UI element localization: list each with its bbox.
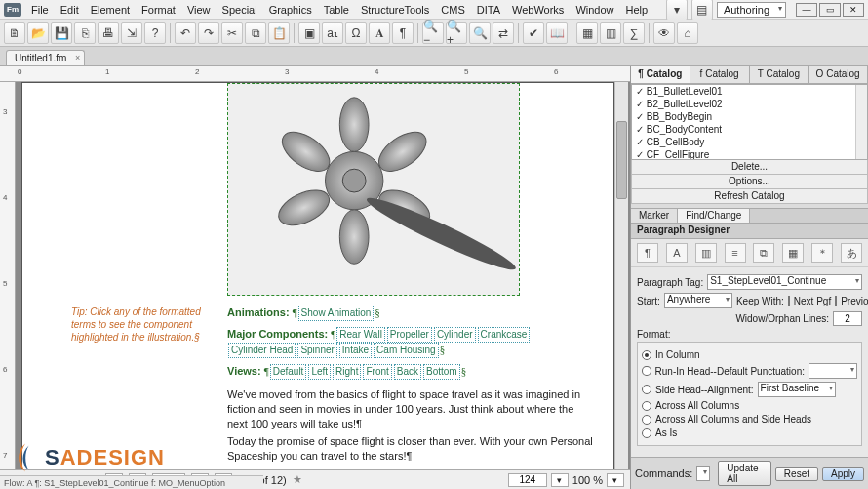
open-icon[interactable]: 📂: [27, 22, 49, 44]
pd-commands-menu[interactable]: [696, 466, 710, 481]
maximize-button[interactable]: ▭: [819, 3, 841, 17]
thesaurus-icon[interactable]: 📖: [546, 22, 568, 44]
catalog-item[interactable]: BC_BodyContent: [632, 123, 867, 136]
radio-allcols-sh[interactable]: [642, 415, 651, 425]
animation-link[interactable]: Show Animation: [298, 306, 375, 321]
illustration-frame[interactable]: [227, 83, 520, 296]
radio-asis[interactable]: [642, 428, 651, 438]
pd-widow-input[interactable]: [833, 311, 862, 326]
component-link[interactable]: Intake: [339, 343, 372, 358]
pd-asian-icon[interactable]: あ: [841, 243, 862, 263]
tags-icon[interactable]: ⌂: [677, 22, 698, 44]
borders-icon[interactable]: ▥: [600, 22, 621, 44]
document-tab[interactable]: Untitled1.fm ×: [6, 50, 85, 65]
vertical-scrollbar[interactable]: [614, 82, 628, 469]
save-icon[interactable]: 💾: [51, 22, 72, 44]
view-link[interactable]: Front: [363, 364, 391, 380]
menu-special[interactable]: Special: [217, 2, 263, 18]
copy-icon[interactable]: ⧉: [245, 22, 266, 44]
catalog-list[interactable]: B1_BulletLevel01 B2_BulletLevel02 BB_Bod…: [631, 84, 868, 160]
reset-button[interactable]: Reset: [775, 467, 818, 481]
tab-table-catalog[interactable]: T Catalog: [750, 66, 809, 83]
table-icon[interactable]: ▦: [576, 22, 598, 44]
menu-window[interactable]: Window: [570, 2, 619, 18]
catalog-item[interactable]: BB_BodyBegin: [632, 110, 867, 123]
component-link[interactable]: Spinner: [297, 343, 336, 358]
close-button[interactable]: ✕: [843, 3, 864, 17]
catalog-refresh-button[interactable]: Refresh Catalog: [631, 188, 868, 204]
component-link[interactable]: Crankcase: [478, 327, 531, 343]
menu-file[interactable]: File: [25, 2, 55, 18]
menu-structuretools[interactable]: StructureTools: [355, 2, 435, 18]
menu-table[interactable]: Table: [318, 2, 355, 18]
paste-icon[interactable]: 📋: [268, 22, 290, 44]
menu-view[interactable]: View: [181, 2, 217, 18]
tab-object-catalog[interactable]: O Catalog: [809, 66, 868, 83]
tab-find-change[interactable]: Find/Change: [678, 209, 750, 223]
menu-element[interactable]: Element: [85, 2, 136, 18]
apply-button[interactable]: Apply: [822, 467, 864, 481]
catalog-item[interactable]: CB_CellBody: [632, 136, 867, 148]
pd-start-select[interactable]: Anywhere: [664, 293, 732, 308]
menu-format[interactable]: Format: [136, 2, 181, 18]
view-icon[interactable]: 👁: [653, 22, 675, 44]
catalog-scrollbar[interactable]: [855, 85, 867, 159]
pd-font-icon[interactable]: A: [666, 243, 688, 263]
zoom-menu-button[interactable]: ▾: [607, 473, 624, 487]
menu-webworks[interactable]: WebWorks: [506, 2, 570, 18]
arrow-down-icon[interactable]: ▾: [666, 0, 688, 20]
catalog-item[interactable]: CF_CellFigure: [632, 148, 867, 160]
tab-char-catalog[interactable]: f Catalog: [690, 66, 750, 83]
update-all-button[interactable]: Update All: [718, 461, 771, 486]
menu-dita[interactable]: DITA: [471, 2, 506, 18]
pd-pagination-icon[interactable]: ▥: [695, 243, 717, 263]
new-doc-icon[interactable]: 🗎: [4, 22, 25, 44]
pd-advanced-icon[interactable]: ⧉: [753, 243, 774, 263]
workspace-icon[interactable]: ▤: [691, 0, 713, 20]
pd-tablecell-icon[interactable]: ▦: [782, 243, 804, 263]
help-icon[interactable]: ?: [144, 22, 166, 44]
sidehead-align-select[interactable]: First Baseline: [758, 382, 836, 397]
menu-help[interactable]: Help: [620, 2, 654, 18]
document-page[interactable]: Tip: Click any of the formatted terms to…: [21, 82, 614, 469]
redo-icon[interactable]: ↷: [198, 22, 219, 44]
scrollbar-thumb[interactable]: [616, 121, 627, 199]
catalog-options-button[interactable]: Options...: [631, 174, 868, 189]
component-link[interactable]: Cylinder: [434, 327, 476, 343]
component-link[interactable]: Rear Wall: [336, 327, 385, 343]
minimize-button[interactable]: —: [796, 3, 817, 17]
tab-marker[interactable]: Marker: [631, 209, 678, 223]
view-link[interactable]: Left: [308, 364, 331, 380]
view-link[interactable]: Right: [333, 364, 361, 380]
view-link[interactable]: Back: [394, 364, 421, 380]
undo-icon[interactable]: ↶: [175, 22, 196, 44]
radio-in-column[interactable]: [642, 350, 651, 360]
zoom-out-icon[interactable]: 🔍−: [422, 22, 444, 44]
anchored-frame-icon[interactable]: ▣: [298, 22, 320, 44]
char-format-icon[interactable]: 𝐀: [369, 22, 390, 44]
pd-direction-icon[interactable]: ＊: [811, 243, 833, 263]
radio-allcols[interactable]: [642, 401, 651, 411]
menu-edit[interactable]: Edit: [55, 2, 85, 18]
menu-graphics[interactable]: Graphics: [263, 2, 318, 18]
catalog-item[interactable]: B1_BulletLevel01: [632, 85, 867, 98]
cut-icon[interactable]: ✂: [221, 22, 243, 44]
zoom-input[interactable]: [508, 473, 547, 487]
save-all-icon[interactable]: ⎘: [74, 22, 96, 44]
symbols-icon[interactable]: Ω: [345, 22, 367, 44]
print-icon[interactable]: 🖶: [98, 22, 119, 44]
body-paragraph-1[interactable]: We've moved from the basics of flight to…: [227, 387, 594, 431]
component-link[interactable]: Propeller: [387, 327, 432, 343]
zoom-down-button[interactable]: ▾: [551, 473, 569, 487]
import-icon[interactable]: ⇲: [121, 22, 142, 44]
find-icon[interactable]: 🔍: [469, 22, 491, 44]
pd-next-pgf-checkbox[interactable]: [788, 296, 790, 306]
menu-cms[interactable]: CMS: [435, 2, 470, 18]
component-link[interactable]: Cylinder Head: [228, 343, 296, 358]
zoom-in-icon[interactable]: 🔍+: [446, 22, 467, 44]
workspace-select[interactable]: Authoring: [717, 2, 786, 18]
catalog-item[interactable]: B2_BulletLevel02: [632, 98, 867, 110]
radio-sidehead[interactable]: [642, 385, 651, 394]
catalog-delete-button[interactable]: Delete...: [631, 159, 868, 175]
view-link[interactable]: Bottom: [423, 364, 460, 380]
